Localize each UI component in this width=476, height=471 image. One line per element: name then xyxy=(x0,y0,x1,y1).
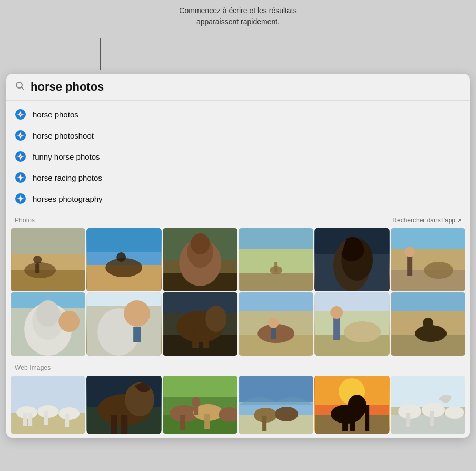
svg-rect-111 xyxy=(239,376,313,402)
photo-cell-12[interactable] xyxy=(391,292,465,356)
suggestion-label-2: horse photoshoot xyxy=(33,131,94,140)
svg-point-46 xyxy=(424,262,453,279)
suggestion-label-1: horse photos xyxy=(33,110,78,119)
svg-point-27 xyxy=(116,252,126,262)
photo-cell-2[interactable] xyxy=(86,228,161,291)
search-bar: horse photos xyxy=(6,74,470,101)
photos-section-title: Photos xyxy=(15,217,35,224)
web-image-1[interactable] xyxy=(11,376,85,434)
svg-rect-47 xyxy=(407,254,412,276)
svg-point-114 xyxy=(275,407,298,421)
suggestion-item-4[interactable]: horse racing photos xyxy=(6,167,470,188)
svg-rect-72 xyxy=(271,328,276,339)
svg-point-78 xyxy=(330,306,343,319)
svg-rect-106 xyxy=(180,415,185,430)
web-image-4[interactable] xyxy=(239,376,313,434)
tooltip-line2: apparaissent rapidement. xyxy=(179,16,296,27)
photo-cell-4[interactable] xyxy=(239,228,313,291)
svg-rect-80 xyxy=(391,292,465,311)
safari-icon-5 xyxy=(15,193,26,204)
svg-rect-68 xyxy=(239,292,313,311)
web-image-2[interactable] xyxy=(86,376,161,434)
callout-line xyxy=(100,38,101,70)
photo-cell-1[interactable] xyxy=(11,228,85,291)
photo-cell-8[interactable] xyxy=(86,292,161,356)
safari-icon-4 xyxy=(15,172,26,183)
photo-cell-6[interactable] xyxy=(391,228,465,291)
svg-rect-107 xyxy=(204,414,210,429)
suggestion-item-2[interactable]: horse photoshoot xyxy=(6,125,470,146)
svg-rect-64 xyxy=(192,327,199,348)
svg-point-33 xyxy=(191,233,210,254)
web-image-5[interactable] xyxy=(314,376,389,434)
svg-rect-91 xyxy=(44,411,48,425)
svg-rect-38 xyxy=(274,262,277,272)
search-input[interactable]: horse photos xyxy=(31,80,461,94)
svg-point-53 xyxy=(36,300,60,327)
svg-point-132 xyxy=(445,406,464,419)
web-images-grid xyxy=(6,374,470,438)
web-image-3[interactable] xyxy=(163,376,237,434)
svg-point-123 xyxy=(348,395,366,418)
tooltip-line1: Commencez à écrire et les résultats xyxy=(179,5,296,16)
suggestion-item-5[interactable]: horses photography xyxy=(6,188,470,209)
svg-rect-129 xyxy=(406,413,410,427)
svg-point-76 xyxy=(344,321,381,342)
svg-rect-101 xyxy=(163,376,237,397)
svg-rect-36 xyxy=(239,273,313,291)
photos-grid xyxy=(6,226,470,360)
svg-rect-93 xyxy=(65,414,69,427)
svg-rect-121 xyxy=(342,415,348,431)
photos-section-header: Photos Rechercher dans l'app ↗ xyxy=(6,212,470,226)
svg-rect-98 xyxy=(111,415,117,434)
svg-rect-59 xyxy=(133,327,141,342)
safari-icon-3 xyxy=(15,151,26,162)
svg-rect-19 xyxy=(11,228,85,254)
photo-cell-7[interactable] xyxy=(11,292,85,356)
svg-rect-77 xyxy=(333,316,340,340)
photo-cell-3[interactable] xyxy=(163,228,237,291)
safari-icon-2 xyxy=(15,130,26,141)
svg-rect-99 xyxy=(121,415,127,434)
svg-rect-88 xyxy=(23,413,27,426)
svg-rect-115 xyxy=(262,416,266,431)
photo-cell-11[interactable] xyxy=(314,292,389,356)
suggestion-label-3: funny horse photos xyxy=(33,152,100,161)
suggestion-item-1[interactable]: horse photos xyxy=(6,104,470,125)
svg-point-20 xyxy=(24,262,56,278)
svg-rect-22 xyxy=(35,264,39,273)
suggestions-list: horse photos horse photoshoot funny hors… xyxy=(6,101,470,212)
svg-rect-56 xyxy=(87,292,161,306)
search-panel: horse photos horse photos horse photosho… xyxy=(6,74,470,438)
svg-rect-131 xyxy=(430,411,434,426)
web-image-6[interactable] xyxy=(391,376,465,434)
tooltip: Commencez à écrire et les résultats appa… xyxy=(179,5,296,27)
suggestion-item-3[interactable]: funny horse photos xyxy=(6,146,470,167)
svg-point-48 xyxy=(404,247,415,257)
web-images-section-title: Web Images xyxy=(15,364,51,371)
svg-rect-124 xyxy=(365,405,369,431)
suggestion-label-5: horses photography xyxy=(33,194,103,203)
suggestion-label-4: horse racing photos xyxy=(33,173,102,182)
svg-rect-65 xyxy=(203,327,209,348)
svg-point-54 xyxy=(58,311,80,332)
svg-point-66 xyxy=(205,306,226,332)
svg-rect-89 xyxy=(28,413,32,426)
svg-point-71 xyxy=(268,318,279,328)
svg-point-21 xyxy=(33,256,42,264)
svg-rect-61 xyxy=(163,292,237,313)
external-link-icon: ↗ xyxy=(457,218,461,223)
web-images-section-header: Web Images xyxy=(6,360,470,374)
photo-cell-9[interactable] xyxy=(163,292,237,356)
photo-cell-10[interactable] xyxy=(239,292,313,356)
photo-cell-5[interactable] xyxy=(314,228,389,291)
svg-rect-122 xyxy=(350,415,355,431)
search-icon xyxy=(15,81,25,94)
svg-point-83 xyxy=(423,318,433,328)
svg-rect-35 xyxy=(239,228,313,249)
svg-rect-25 xyxy=(87,228,161,252)
svg-rect-44 xyxy=(391,228,465,249)
svg-line-1 xyxy=(22,87,24,90)
search-in-app-link[interactable]: Rechercher dans l'app ↗ xyxy=(392,217,461,224)
svg-rect-74 xyxy=(315,292,389,311)
